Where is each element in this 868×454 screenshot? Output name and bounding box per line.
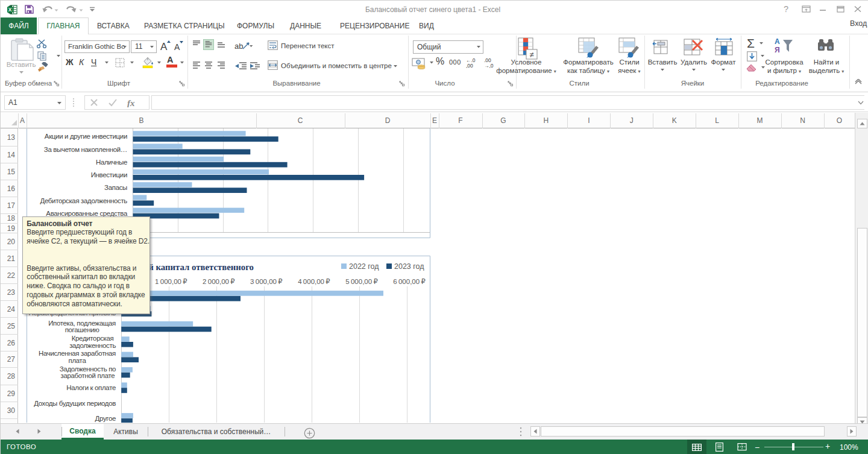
svg-text:Акции и другие инвестиции: Акции и другие инвестиции bbox=[45, 133, 127, 140]
svg-text:≠: ≠ bbox=[529, 50, 533, 59]
svg-text:1 000,00 ₽: 1 000,00 ₽ bbox=[155, 278, 187, 285]
svg-text:плата: плата bbox=[69, 357, 87, 364]
svg-text:2023 год: 2023 год bbox=[394, 262, 424, 271]
svg-text:А: А bbox=[160, 41, 168, 52]
svg-text:Другое: Другое bbox=[95, 415, 116, 422]
svg-text:2022 год: 2022 год bbox=[349, 262, 379, 271]
svg-text:2 000,00 ₽: 2 000,00 ₽ bbox=[203, 278, 235, 285]
svg-text:4 000,00 ₽: 4 000,00 ₽ bbox=[298, 278, 330, 285]
svg-text:Дебиторская задолженность: Дебиторская задолженность bbox=[40, 197, 127, 204]
svg-text:погашению: погашению bbox=[65, 326, 100, 333]
svg-text:Наличные: Наличные bbox=[96, 159, 127, 166]
svg-text:задолженность: задолженность bbox=[69, 342, 116, 349]
svg-text:А: А bbox=[174, 42, 180, 52]
svg-text:3 000,00 ₽: 3 000,00 ₽ bbox=[250, 278, 283, 285]
svg-text:А: А bbox=[775, 37, 780, 46]
svg-text:Кредиторская: Кредиторская bbox=[72, 335, 114, 342]
svg-text:6 000,00 ₽: 6 000,00 ₽ bbox=[393, 278, 426, 285]
svg-text:Авансированные средства: Авансированные средства bbox=[46, 210, 128, 217]
svg-text:За вычетом накопленной…: За вычетом накопленной… bbox=[44, 146, 127, 153]
svg-text:Я: Я bbox=[775, 46, 780, 54]
svg-text:ab: ab bbox=[234, 42, 243, 51]
svg-text:,00: ,00 bbox=[466, 63, 473, 68]
svg-text:?: ? bbox=[784, 4, 788, 14]
svg-text:Запасы: Запасы bbox=[104, 184, 127, 191]
svg-text:fx: fx bbox=[127, 98, 135, 107]
svg-text:Начисленная заработная: Начисленная заработная bbox=[39, 350, 116, 357]
svg-text:заработной плате: заработной плате bbox=[60, 372, 115, 379]
svg-text:Ипотека, подлежащая: Ипотека, подлежащая bbox=[48, 320, 116, 327]
svg-text:Налоги к оплате: Налоги к оплате bbox=[66, 384, 116, 391]
svg-text:5 000,00 ₽: 5 000,00 ₽ bbox=[345, 278, 378, 285]
svg-text:Доходы будущих периодов: Доходы будущих периодов bbox=[34, 400, 116, 407]
svg-text:Инвестиции: Инвестиции bbox=[91, 171, 127, 178]
svg-text:Задолженность по: Задолженность по bbox=[60, 365, 116, 373]
